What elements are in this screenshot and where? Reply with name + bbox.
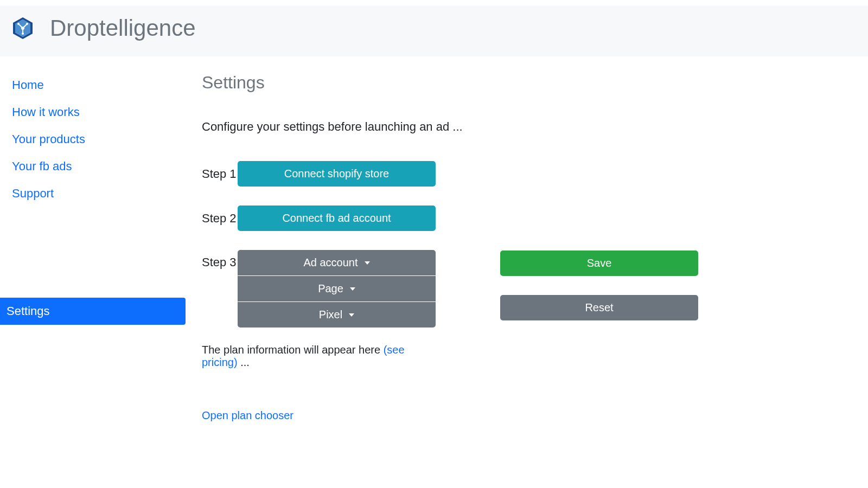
caret-down-icon bbox=[350, 287, 355, 291]
sidebar-item-your-fb-ads[interactable]: Your fb ads bbox=[12, 154, 186, 181]
step-3-label: Step 3 bbox=[202, 250, 238, 269]
page-dropdown[interactable]: Page bbox=[238, 276, 436, 301]
svg-point-7 bbox=[17, 23, 20, 25]
step-2-label: Step 2 bbox=[202, 211, 238, 226]
sidebar-item-how-it-works[interactable]: How it works bbox=[12, 100, 186, 127]
step-2-row: Step 2 Connect fb ad account bbox=[202, 206, 438, 231]
step-1-label: Step 1 bbox=[202, 167, 238, 181]
open-plan-chooser-link[interactable]: Open plan chooser bbox=[202, 409, 293, 422]
sidebar-item-your-products[interactable]: Your products bbox=[12, 127, 186, 154]
pixel-dropdown[interactable]: Pixel bbox=[238, 302, 436, 328]
svg-point-8 bbox=[26, 23, 28, 25]
page-title: Settings bbox=[202, 73, 846, 93]
connect-shopify-button[interactable]: Connect shopify store bbox=[238, 161, 436, 187]
caret-down-icon bbox=[365, 261, 370, 265]
ad-account-dropdown-label: Ad account bbox=[303, 256, 358, 269]
header: Droptelligence bbox=[0, 5, 868, 56]
plan-info-prefix: The plan information will appear here bbox=[202, 344, 384, 356]
logo-icon bbox=[11, 16, 35, 40]
sidebar-item-support[interactable]: Support bbox=[12, 181, 186, 208]
page-dropdown-label: Page bbox=[318, 282, 343, 295]
pixel-dropdown-label: Pixel bbox=[319, 309, 342, 321]
plan-info: The plan information will appear here (s… bbox=[202, 344, 438, 369]
svg-point-9 bbox=[22, 33, 24, 35]
sidebar-item-home[interactable]: Home bbox=[12, 73, 186, 100]
plan-info-suffix: ... bbox=[238, 356, 250, 368]
step-1-row: Step 1 Connect shopify store bbox=[202, 161, 438, 187]
sidebar-item-settings[interactable]: Settings bbox=[0, 298, 186, 325]
connect-fb-button[interactable]: Connect fb ad account bbox=[238, 206, 436, 231]
page-description: Configure your settings before launching… bbox=[202, 120, 846, 134]
reset-button[interactable]: Reset bbox=[500, 295, 698, 320]
ad-account-dropdown[interactable]: Ad account bbox=[238, 250, 436, 275]
step-3-row: Step 3 Ad account Page Pixel bbox=[202, 250, 438, 328]
brand-title: Droptelligence bbox=[50, 15, 196, 41]
caret-down-icon bbox=[349, 313, 354, 317]
sidebar: Home How it works Your products Your fb … bbox=[0, 73, 186, 422]
save-button[interactable]: Save bbox=[500, 251, 698, 276]
content: Settings Configure your settings before … bbox=[186, 73, 868, 422]
